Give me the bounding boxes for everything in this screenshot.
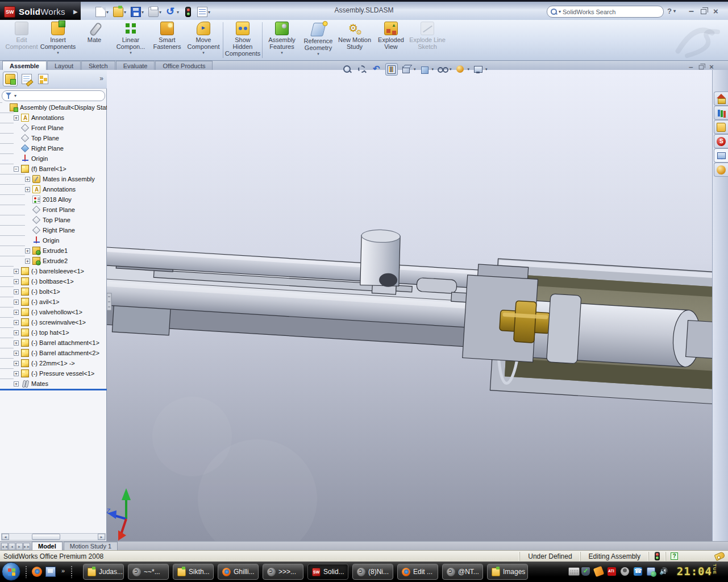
tab-assemble[interactable]: Assemble [2,61,47,70]
help-dropdown-icon[interactable]: ▾ [673,9,676,14]
expand-icon[interactable]: + [14,279,19,284]
move-component-button[interactable]: Move Component▾ [185,20,222,60]
scroll-right-icon[interactable]: ► [98,534,105,540]
expand-icon[interactable]: + [25,177,30,182]
expand-icon[interactable]: + [14,351,19,356]
assembly-features-button[interactable]: Assembly Features▾ [264,20,300,60]
tray-shield-icon[interactable] [581,567,590,576]
tree-filter-input[interactable]: ▾ [2,90,105,101]
next-tab-icon[interactable]: ► [16,543,23,550]
dropdown-arrow-icon[interactable]: ▾ [468,67,470,72]
panel-splitter-line[interactable] [0,389,107,390]
task-ghilli-button[interactable]: Ghilli... [218,564,259,580]
quicklaunch-overflow-chevron[interactable]: » [61,567,65,574]
expand-icon[interactable]: + [25,187,30,192]
tab-evaluate[interactable]: Evaluate [116,61,155,70]
expand-icon[interactable]: + [14,300,19,305]
reference-geometry-button[interactable]: Reference Geometry▾ [300,20,336,60]
task-tilde-button[interactable]: ~~*... [128,564,169,580]
task-judas-button[interactable]: Judas... [83,564,124,580]
show-hidden-components-button[interactable]: Show Hidden Components [224,20,261,60]
tree-item[interactable]: Front Plane [0,123,107,133]
expand-icon[interactable]: + [14,361,19,366]
zoom-to-area-button[interactable] [356,63,368,76]
dropdown-arrow-icon[interactable]: ▾ [281,51,283,55]
tree-item[interactable]: +(-) 22mm<1> -> [0,358,107,368]
task-edit-button[interactable]: Edit ... [397,564,438,580]
new-motion-study-button[interactable]: New Motion Study [336,20,373,60]
design-library-tab[interactable] [714,106,728,120]
previous-view-button[interactable] [371,63,383,76]
expand-icon[interactable]: + [25,248,30,253]
tray-speaker-icon[interactable] [660,567,668,576]
tree-item[interactable]: +(-) Pressure vessel<1> [0,368,107,379]
tree-item[interactable]: +Annotations [0,184,107,194]
tree-item[interactable]: Right Plane [0,143,107,153]
search-dropdown-icon[interactable]: ▾ [559,9,561,14]
linear-component-pattern-button[interactable]: Linear Compon...▾ [113,20,149,60]
task-ni-button[interactable]: (8)Ni... [352,564,393,580]
bolt-part[interactable] [417,277,457,293]
scroll-left-icon[interactable]: ◄ [2,534,9,540]
file-explorer-tab[interactable] [714,120,728,134]
expand-icon[interactable]: + [14,371,19,376]
tree-item[interactable]: +(-) screwinvalve<1> [0,317,107,327]
last-tab-icon[interactable]: ►► [23,543,30,550]
tag-icon[interactable] [711,552,728,561]
tray-keyboard-icon[interactable] [568,567,580,576]
filter-dropdown-icon[interactable]: ▾ [14,93,16,98]
dropdown-arrow-icon[interactable]: ▾ [317,52,319,56]
expand-icon[interactable]: + [14,310,19,315]
tree-item[interactable]: +Extrude1 [0,246,107,256]
tree-item[interactable]: 2018 Alloy [0,194,107,205]
task-arrows-button[interactable]: >>>... [263,564,303,580]
collapse-icon[interactable]: − [14,167,19,172]
solidworks-resources-tab[interactable] [714,92,728,106]
valve-seat-ring[interactable] [547,294,581,364]
expand-icon[interactable]: + [14,320,19,325]
task-images-button[interactable]: Images [487,564,528,580]
view-orientation-button[interactable] [400,63,413,76]
expand-icon[interactable]: + [14,340,19,346]
dropdown-arrow-icon[interactable]: ▾ [432,67,434,72]
scrollbar-thumb[interactable] [32,534,60,540]
search-box[interactable]: ▾ SolidWorks Search [547,6,664,18]
tab-office-products[interactable]: Office Products [155,61,213,70]
toolbar-grip[interactable] [70,566,73,578]
solidworks-search-pane-tab[interactable] [714,134,728,148]
graphics-viewport[interactable]: Z X [107,70,712,541]
restore-button[interactable] [701,9,706,14]
property-manager-tab[interactable] [19,72,34,86]
tree-item[interactable]: +(-) avil<1> [0,297,107,307]
tree-item[interactable]: +(-) boltbase<1> [0,276,107,286]
view-palette-tab[interactable] [714,148,728,163]
first-tab-icon[interactable]: ◄◄ [1,543,8,550]
motion-study-tab[interactable]: Motion Study 1 [64,542,118,550]
tree-item[interactable]: +(-) valvehollow<1> [0,307,107,317]
tray-person-icon[interactable] [621,567,629,576]
tree-item[interactable]: Right Plane [0,225,107,235]
tab-layout[interactable]: Layout [47,61,81,70]
expand-icon[interactable]: + [14,381,19,386]
apply-scene-button[interactable] [472,63,484,76]
task-solidworks-button[interactable]: Solid... [307,564,348,580]
toolbar-grip[interactable] [25,566,28,578]
tree-item[interactable]: Top Plane [0,133,107,143]
quick-tips-icon[interactable]: ? [665,552,683,561]
insert-components-button[interactable]: Insert Components▾ [40,20,76,60]
search-input[interactable]: SolidWorks Search [563,9,615,15]
tray-ati-icon[interactable] [608,567,616,576]
dropdown-arrow-icon[interactable]: ▾ [485,67,488,72]
start-button[interactable] [2,562,20,581]
prev-tab-icon[interactable]: ◄ [9,543,15,550]
tree-item[interactable]: +Extrude2 [0,256,107,266]
model-canvas[interactable]: Z X [107,70,712,541]
task-sikth-button[interactable]: Sikth... [173,564,214,580]
dropdown-arrow-icon[interactable]: ▾ [202,51,205,55]
dropdown-arrow-icon[interactable]: ▾ [450,67,452,72]
dropdown-arrow-icon[interactable]: ▾ [130,51,132,55]
model-tab[interactable]: Model [32,542,63,550]
tray-pen-icon[interactable] [593,566,604,577]
tree-item[interactable]: +Mates [0,379,107,389]
zoom-to-fit-button[interactable] [341,63,353,76]
